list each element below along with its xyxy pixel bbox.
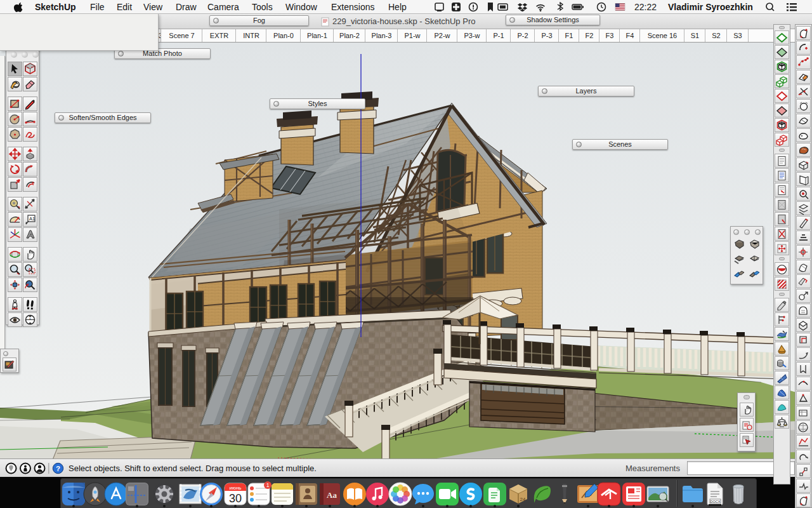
svg-text:Aa: Aa: [327, 490, 337, 500]
svg-text:июнь: июнь: [229, 485, 241, 491]
svg-text:30: 30: [229, 492, 242, 505]
svg-text:A1: A1: [29, 216, 35, 222]
svg-text:1: 1: [266, 482, 270, 488]
svg-text:?: ?: [56, 465, 60, 472]
svg-text:24: 24: [520, 497, 526, 502]
svg-text:DOCX: DOCX: [710, 500, 721, 504]
